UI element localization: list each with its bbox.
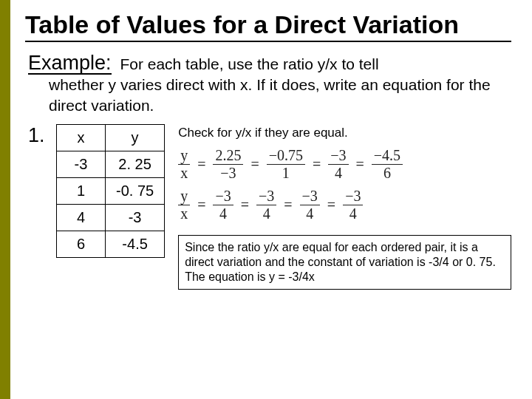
values-table: x y -3 2. 25 1 -0. 75 4 -3 6 -4.5 — [56, 124, 165, 258]
fraction: −3 4 — [213, 188, 233, 222]
fraction-den: 4 — [347, 206, 359, 222]
table-row: 4 -3 — [57, 205, 165, 231]
equals-sign: = — [326, 197, 337, 214]
table-header-y: y — [106, 125, 165, 151]
fraction-num: 2.25 — [213, 148, 243, 163]
table-cell-x: 6 — [57, 231, 106, 258]
equals-sign: = — [196, 156, 207, 173]
equals-sign: = — [249, 156, 260, 173]
fraction-den: 4 — [332, 166, 344, 181]
fraction: y x — [178, 188, 190, 222]
slide-content: Table of Values for a Direct Variation E… — [0, 0, 532, 300]
problem-number: 1. — [28, 124, 47, 147]
equation-block: y x = 2.25 −3 = −0.75 1 — [178, 148, 511, 222]
slide-title: Table of Values for a Direct Variation — [25, 10, 511, 42]
fraction-num: −0.75 — [267, 148, 305, 163]
fraction-den: −3 — [218, 166, 238, 181]
fraction-num: −3 — [256, 188, 276, 204]
check-instruction: Check for y/x if they are equal. — [178, 126, 511, 140]
fraction-den: 4 — [261, 206, 273, 222]
table-cell-y: -0. 75 — [106, 178, 165, 205]
fraction-num: −4.5 — [372, 148, 403, 163]
fraction-den: x — [178, 166, 190, 181]
example-paragraph: Example: For each table, use the ratio y… — [25, 52, 511, 115]
fraction-num: −3 — [328, 148, 348, 163]
fraction-den: 4 — [304, 206, 316, 222]
equals-sign: = — [311, 156, 322, 173]
example-label: Example: — [28, 52, 112, 75]
fraction-num: y — [178, 188, 190, 204]
fraction-num: −3 — [300, 188, 320, 204]
fraction: −0.75 1 — [267, 148, 305, 181]
fraction-den: 4 — [217, 206, 229, 222]
equals-sign: = — [355, 156, 366, 173]
table-cell-y: -4.5 — [106, 231, 165, 258]
fraction-num: −3 — [343, 188, 363, 204]
accent-bar — [0, 0, 10, 399]
fraction: y x — [178, 148, 190, 181]
fraction-den: x — [178, 206, 190, 222]
table-row: x y — [57, 125, 165, 151]
example-text-rest: whether y varies direct with x. If it do… — [28, 75, 511, 115]
table-cell-x: 1 — [57, 178, 106, 205]
table-cell-x: -3 — [57, 151, 106, 178]
fraction-num: y — [178, 148, 190, 163]
example-text-first: For each table, use the ratio y/x to tel… — [120, 55, 378, 72]
fraction: −3 4 — [328, 148, 348, 181]
fraction-den: 1 — [280, 166, 292, 181]
table-cell-x: 4 — [57, 205, 106, 231]
fraction-num: −3 — [213, 188, 233, 204]
equals-sign: = — [196, 197, 207, 214]
equation-row-1: y x = 2.25 −3 = −0.75 1 — [178, 148, 511, 181]
table-cell-y: -3 — [106, 205, 165, 231]
fraction: −4.5 6 — [372, 148, 403, 181]
table-row: 1 -0. 75 — [57, 178, 165, 205]
fraction: 2.25 −3 — [213, 148, 243, 181]
fraction-den: 6 — [381, 166, 393, 181]
equals-sign: = — [239, 197, 250, 214]
equation-row-2: y x = −3 4 = −3 4 — [178, 188, 511, 222]
table-row: -3 2. 25 — [57, 151, 165, 178]
fraction: −3 4 — [300, 188, 320, 222]
table-header-x: x — [57, 125, 106, 151]
fraction: −3 4 — [343, 188, 363, 222]
equals-sign: = — [282, 197, 293, 214]
fraction: −3 4 — [256, 188, 276, 222]
values-table-wrap: x y -3 2. 25 1 -0. 75 4 -3 6 -4.5 — [56, 124, 165, 258]
explanation-column: Check for y/x if they are equal. y x = 2… — [174, 124, 511, 290]
conclusion-box: Since the ratio y/x are equal for each o… — [178, 235, 511, 290]
problem-area: 1. x y -3 2. 25 1 -0. 75 4 -3 — [25, 124, 511, 290]
table-cell-y: 2. 25 — [106, 151, 165, 178]
table-row: 6 -4.5 — [57, 231, 165, 258]
